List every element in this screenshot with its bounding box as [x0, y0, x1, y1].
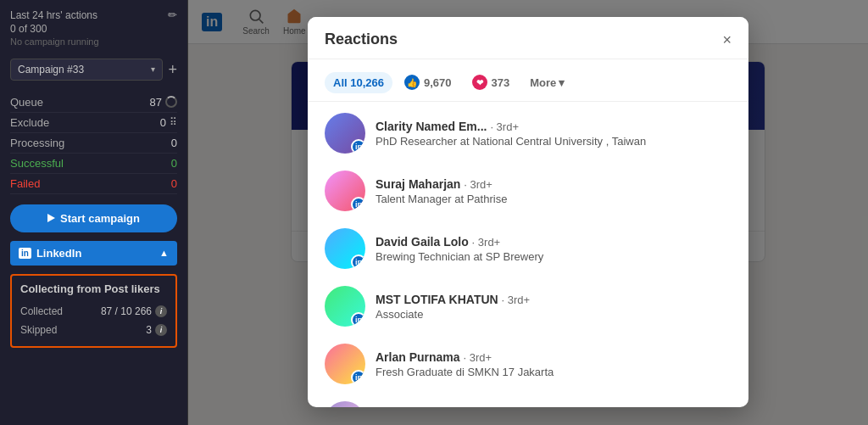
tab-more[interactable]: More ▾: [521, 72, 573, 93]
reaction-info: Suraj Maharjan · 3rd+ Talent Manager at …: [376, 177, 732, 205]
exclude-label: Exclude: [10, 116, 49, 129]
reaction-title: Fresh Graduate di SMKN 17 Jakarta: [376, 366, 732, 378]
avatar: in: [325, 401, 365, 407]
degree-label: · 3rd+: [472, 236, 501, 249]
linkedin-badge-icon: in: [351, 139, 365, 154]
reaction-item: in MST LOTIFA KHATUN · 3rd+ Associate: [308, 277, 748, 335]
linkedin-badge-icon: in: [351, 312, 365, 327]
like-icon: 👍: [404, 75, 420, 90]
heart-icon: ❤: [472, 75, 487, 90]
linkedin-section[interactable]: in LinkedIn ▲: [10, 241, 177, 266]
main-content: in Search Home NEMETSCHEKGROUP Nemetsche…: [188, 0, 868, 425]
tab-like-label: 9,670: [424, 76, 452, 89]
tab-all-label: All 10,266: [333, 76, 384, 89]
reaction-info: MST LOTIFA KHATUN · 3rd+ Associate: [376, 293, 732, 321]
campaign-count: 0 of 300: [10, 23, 99, 35]
stat-row-processing: Processing 0: [10, 133, 177, 154]
reaction-title: PhD Researcher at National Central Unive…: [376, 135, 732, 148]
tab-heart-label: 373: [492, 76, 510, 89]
chevron-down-icon: ▾: [151, 64, 155, 74]
degree-label: · 3rd+: [463, 351, 492, 364]
successful-label: Successful: [10, 157, 64, 170]
collected-label: Collected: [20, 305, 63, 317]
sidebar: Last 24 hrs' actions 0 of 300 No campaig…: [0, 0, 188, 425]
last-24hrs-label: Last 24 hrs' actions: [10, 8, 99, 23]
modal-tabs: All 10,266 👍 9,670 ❤ 373 More ▾: [308, 64, 748, 102]
reactions-modal: Reactions × All 10,266 👍 9,670 ❤ 373 Mor…: [308, 17, 748, 407]
reaction-info: Clarity Named Em... · 3rd+ PhD Researche…: [376, 120, 732, 148]
chevron-down-icon: ▾: [559, 76, 565, 89]
play-icon: [47, 214, 55, 222]
reaction-name: MST LOTIFA KHATUN · 3rd+: [376, 293, 732, 306]
linkedin-label: LinkedIn: [36, 247, 81, 260]
skipped-stat: Skipped 3 i: [20, 321, 167, 339]
campaign-selector: Campaign #33 ▾ +: [10, 59, 177, 81]
linkedin-section-left: in LinkedIn: [19, 247, 81, 260]
linkedin-badge-icon: in: [351, 254, 365, 269]
reaction-item: in Clarity Named Em... · 3rd+ PhD Resear…: [308, 104, 748, 162]
queue-value: 87: [150, 96, 177, 109]
linkedin-badge-icon: in: [351, 197, 365, 211]
reaction-name: David Gaila Lolo · 3rd+: [376, 235, 732, 249]
skipped-value: 3 i: [146, 324, 167, 336]
successful-value: 0: [171, 157, 177, 170]
processing-value: 0: [171, 137, 177, 149]
sidebar-header: Last 24 hrs' actions 0 of 300 No campaig…: [10, 8, 177, 55]
sidebar-header-text: Last 24 hrs' actions 0 of 300 No campaig…: [10, 8, 99, 55]
stat-row-queue: Queue 87: [10, 92, 177, 113]
queue-label: Queue: [10, 96, 43, 109]
linkedin-logo: in: [19, 248, 31, 259]
collecting-box: Collecting from Post likers Collected 87…: [10, 274, 177, 348]
reaction-item: in Suraj Maharjan · 3rd+ Talent Manager …: [308, 162, 748, 220]
avatar: in: [325, 286, 365, 327]
reaction-info: David Gaila Lolo · 3rd+ Brewing Technici…: [376, 235, 732, 263]
skipped-label: Skipped: [20, 324, 57, 336]
reaction-title: Brewing Technician at SP Brewery: [376, 250, 732, 263]
reaction-info: Arlan Purnama · 3rd+ Fresh Graduate di S…: [376, 350, 732, 378]
reaction-item: in David Gaila Lolo · 3rd+ Brewing Techn…: [308, 220, 748, 277]
collected-info-icon[interactable]: i: [155, 305, 167, 317]
spin-icon: [165, 96, 177, 108]
collecting-title: Collecting from Post likers: [20, 282, 167, 295]
skipped-info-icon[interactable]: i: [155, 324, 167, 336]
tab-more-label: More: [530, 76, 556, 89]
avatar: in: [325, 344, 365, 384]
avatar: in: [325, 171, 365, 211]
start-campaign-label: Start campaign: [60, 212, 140, 225]
reaction-name: Suraj Maharjan · 3rd+: [376, 177, 732, 191]
stat-row-successful: Successful 0: [10, 154, 177, 174]
dots-icon: ⠿: [170, 116, 177, 128]
modal-title: Reactions: [325, 31, 398, 48]
modal-header: Reactions ×: [308, 17, 748, 59]
reaction-title: Talent Manager at Pathrise: [376, 193, 732, 205]
failed-value: 0: [171, 177, 177, 190]
degree-label: · 3rd+: [502, 294, 531, 306]
modal-overlay: Reactions × All 10,266 👍 9,670 ❤ 373 Mor…: [188, 0, 868, 425]
tab-all[interactable]: All 10,266: [325, 72, 392, 93]
edit-icon[interactable]: ✏: [168, 8, 177, 21]
degree-label: · 3rd+: [490, 120, 519, 133]
chevron-up-icon: ▲: [159, 248, 169, 258]
no-campaign-label: No campaign running: [10, 36, 99, 47]
reaction-name: Arlan Purnama · 3rd+: [376, 350, 732, 364]
degree-label: · 3rd+: [464, 178, 492, 191]
campaign-dropdown[interactable]: Campaign #33 ▾: [10, 59, 163, 81]
reaction-list: in Clarity Named Em... · 3rd+ PhD Resear…: [308, 98, 748, 407]
avatar: in: [325, 113, 365, 154]
tab-like[interactable]: 👍 9,670: [396, 70, 460, 94]
reaction-name: Clarity Named Em... · 3rd+: [376, 120, 732, 133]
stat-row-exclude: Exclude 0 ⠿: [10, 113, 177, 133]
avatar: in: [325, 228, 365, 269]
processing-label: Processing: [10, 137, 64, 149]
add-campaign-button[interactable]: +: [168, 62, 177, 77]
failed-label: Failed: [10, 177, 40, 190]
reaction-item: in Lily Ning · 3rd+ Metaverse Technology…: [308, 393, 748, 407]
exclude-value: 0 ⠿: [160, 116, 177, 129]
linkedin-badge-icon: in: [351, 370, 365, 384]
tab-heart[interactable]: ❤ 373: [464, 70, 519, 94]
start-campaign-button[interactable]: Start campaign: [10, 204, 177, 232]
close-button[interactable]: ×: [722, 32, 732, 48]
stat-row-failed: Failed 0: [10, 174, 177, 194]
collected-value: 87 / 10 266 i: [101, 305, 167, 317]
collected-stat: Collected 87 / 10 266 i: [20, 302, 167, 321]
